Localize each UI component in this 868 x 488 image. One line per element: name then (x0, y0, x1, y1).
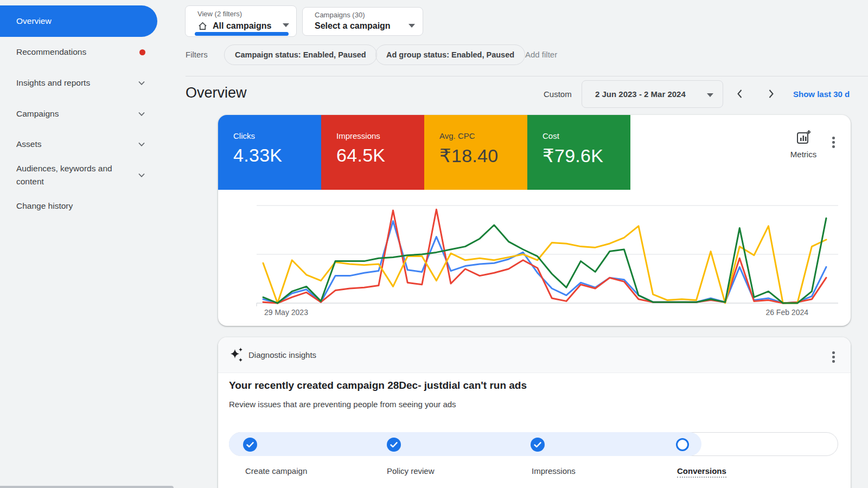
performance-line-chart (218, 192, 851, 309)
sidebar-navigation: OverviewRecommendationsInsights and repo… (0, 0, 184, 488)
sidebar-item-label: Recommendations (16, 46, 139, 59)
x-axis-start-label: 29 May 2023 (264, 308, 308, 317)
sidebar-item-label: Campaigns (16, 107, 138, 120)
view-selector-value: All campaigns (213, 21, 271, 31)
add-filter-button[interactable]: Add filter (525, 50, 557, 59)
step-label-conversions[interactable]: Conversions (677, 466, 726, 478)
home-icon (197, 21, 208, 31)
sidebar-item-insights-and-reports[interactable]: Insights and reports (0, 72, 157, 94)
scorecard-value: ₹18.40 (439, 145, 499, 166)
insight-headline: Your recently created campaign 28Dec- ju… (229, 380, 527, 391)
notification-dot-icon (139, 49, 145, 55)
x-axis-end-label: 26 Feb 2024 (765, 308, 808, 317)
scorecard-value: 4.33K (233, 145, 282, 166)
chart-series-impressions (263, 209, 826, 303)
sidebar-item-label: Insights and reports (16, 76, 138, 89)
sidebar-item-overview[interactable]: Overview (0, 5, 157, 37)
sidebar-item-label: Assets (16, 138, 138, 151)
step-label-impressions: Impressions (532, 466, 576, 476)
metric-cards-row: Clicks4.33KImpressions64.5KAvg. CPC₹18.4… (218, 115, 630, 190)
scorecard-value: ₹79.6K (542, 145, 603, 166)
scorecard-label: Clicks (233, 131, 255, 140)
date-next-button[interactable] (766, 88, 776, 99)
header-divider (186, 76, 868, 76)
sidebar-item-recommendations[interactable]: Recommendations (0, 41, 157, 63)
scorecard-cost[interactable]: Cost₹79.6K (527, 115, 630, 190)
diagnostic-insights-title: Diagnostic insights (248, 350, 316, 359)
sidebar-item-label: Overview (16, 15, 145, 28)
step-complete-check-icon (387, 438, 401, 454)
scorecard-label: Impressions (336, 131, 380, 140)
card-overflow-menu-icon[interactable] (830, 134, 837, 150)
chart-series-cost (263, 218, 826, 303)
sidebar-item-campaigns[interactable]: Campaigns (0, 103, 157, 125)
insights-overflow-menu-icon[interactable] (830, 349, 837, 365)
sparkle-icon (229, 346, 245, 366)
view-selector-dropdown[interactable]: View (2 filters) All campaigns (185, 5, 297, 37)
campaign-progress-fill (229, 432, 701, 456)
sidebar-item-label: Change history (16, 200, 145, 213)
scorecard-label: Cost (542, 131, 559, 140)
campaign-progress-track (229, 432, 838, 456)
step-current-ring-icon (675, 438, 690, 454)
scorecard-avg-cpc[interactable]: Avg. CPC₹18.40 (424, 115, 527, 190)
sidebar-item-label: Audiences, keywords and content (16, 162, 138, 188)
step-label-policy-review: Policy review (387, 466, 435, 476)
date-range-selector[interactable]: 2 Jun 2023 - 2 Mar 2024 (582, 80, 723, 108)
show-last-30-days-link[interactable]: Show last 30 d (793, 89, 850, 99)
caret-down-icon (409, 24, 415, 28)
sidebar-item-change-history[interactable]: Change history (0, 195, 157, 217)
view-selector-active-underline (195, 32, 289, 36)
scorecard-value: 64.5K (336, 145, 385, 166)
chevron-down-icon (138, 173, 145, 178)
scorecard-impressions[interactable]: Impressions64.5K (321, 115, 424, 190)
step-complete-check-icon (243, 438, 257, 454)
date-mode-label: Custom (544, 89, 572, 99)
campaign-selector-label: Campaigns (30) (315, 11, 365, 19)
insight-subtext: Review issues that are preventing people… (229, 400, 456, 409)
metrics-chart-plus-icon (795, 129, 812, 147)
step-complete-check-icon (531, 438, 545, 454)
filter-chip[interactable]: Campaign status: Enabled, Paused (224, 44, 377, 65)
scorecard-clicks[interactable]: Clicks4.33K (218, 115, 321, 190)
metrics-button[interactable]: Metrics (778, 129, 828, 159)
sidebar-bottom-strip (0, 486, 174, 488)
date-prev-button[interactable] (735, 88, 745, 99)
date-range-value: 2 Jun 2023 - 2 Mar 2024 (595, 89, 686, 99)
diagnostic-insights-card: Diagnostic insights Your recently create… (218, 337, 851, 488)
filters-label: Filters (186, 50, 208, 59)
view-selector-label: View (2 filters) (197, 10, 242, 18)
step-label-create-campaign: Create campaign (245, 466, 307, 476)
caret-down-icon (707, 93, 713, 97)
caret-down-icon (283, 23, 289, 27)
chevron-down-icon (138, 142, 145, 147)
page-title: Overview (186, 85, 247, 101)
diagnostic-insights-header: Diagnostic insights (218, 337, 851, 373)
filter-chip[interactable]: Ad group status: Enabled, Paused (375, 44, 525, 65)
metrics-button-label: Metrics (778, 150, 828, 159)
sidebar-item-audiences-keywords-and-content[interactable]: Audiences, keywords and content (0, 158, 157, 192)
campaign-selector-dropdown[interactable]: Campaigns (30) Select a campaign (302, 7, 423, 36)
overview-scorecard-chart-card: Clicks4.33KImpressions64.5KAvg. CPC₹18.4… (218, 115, 851, 326)
campaign-selector-value: Select a campaign (315, 21, 391, 31)
chevron-down-icon (138, 112, 145, 117)
sidebar-item-assets[interactable]: Assets (0, 133, 157, 155)
chevron-down-icon (138, 81, 145, 86)
scorecard-label: Avg. CPC (439, 131, 475, 140)
